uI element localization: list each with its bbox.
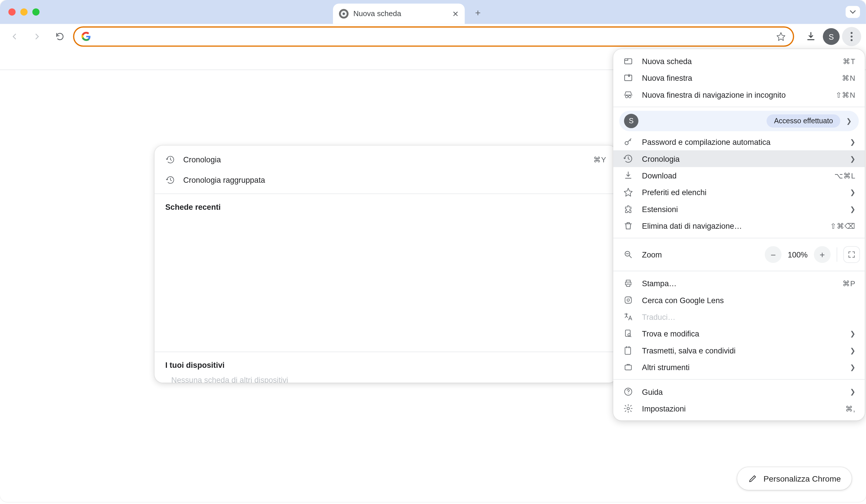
fullscreen-button[interactable]: [843, 246, 860, 263]
chevron-right-icon: ❯: [850, 138, 855, 146]
menu-item-bookmarks[interactable]: Preferiti ed elenchi ❯: [613, 184, 865, 201]
bookmark-star-icon[interactable]: [776, 32, 786, 41]
menu-label: Estensioni: [642, 204, 841, 213]
browser-tab[interactable]: Nuova scheda ✕: [333, 4, 465, 24]
menu-item-more-tools[interactable]: Altri strumenti ❯: [613, 359, 865, 375]
lens-icon: [623, 295, 634, 305]
menu-item-passwords[interactable]: Password e compilazione automatica ❯: [613, 134, 865, 150]
downloads-button[interactable]: [801, 27, 821, 46]
forward-button[interactable]: [27, 27, 47, 46]
menu-shortcut: ⌥⌘L: [834, 171, 855, 180]
chevron-right-icon: ❯: [850, 388, 855, 396]
menu-shortcut: ⌘T: [843, 57, 855, 66]
tab-title: Nuova scheda: [353, 10, 447, 18]
customize-label: Personalizza Chrome: [764, 474, 841, 483]
tools-icon: [623, 362, 634, 372]
history-item-grouped[interactable]: Cronologia raggruppata: [155, 169, 617, 190]
menu-item-print[interactable]: Stampa… ⌘P: [613, 275, 865, 292]
gear-icon: [623, 404, 634, 413]
menu-label: Traduci…: [642, 312, 855, 321]
profile-avatar[interactable]: S: [823, 28, 840, 45]
customize-chrome-button[interactable]: Personalizza Chrome: [737, 467, 852, 490]
menu-item-find[interactable]: Trova e modifica ❯: [613, 325, 865, 342]
chevron-right-icon: ❯: [850, 363, 855, 371]
menu-item-settings[interactable]: Impostazioni ⌘,: [613, 400, 865, 417]
menu-item-history[interactable]: Cronologia ❯: [613, 150, 865, 167]
menu-item-help[interactable]: Guida ❯: [613, 383, 865, 400]
menu-label: Download: [642, 171, 826, 180]
zoom-in-button[interactable]: +: [814, 246, 831, 263]
more-menu-button[interactable]: [842, 27, 862, 46]
svg-point-10: [627, 299, 629, 301]
menu-zoom-row: Zoom − 100% +: [613, 242, 865, 267]
menu-label: Elimina dati di navigazione…: [642, 221, 821, 230]
menu-item-extensions[interactable]: Estensioni ❯: [613, 201, 865, 217]
menu-item-cast[interactable]: Trasmetti, salva e condividi ❯: [613, 342, 865, 359]
svg-point-17: [627, 407, 629, 410]
history-item-cronologia[interactable]: Cronologia ⌘Y: [155, 149, 617, 169]
svg-point-1: [343, 13, 345, 15]
menu-item-new-window[interactable]: Nuova finestra ⌘N: [613, 69, 865, 86]
chevron-right-icon: ❯: [850, 155, 855, 163]
back-button[interactable]: [5, 27, 24, 46]
google-logo-icon: [81, 32, 91, 41]
history-icon: [623, 154, 634, 164]
translate-icon: [623, 312, 634, 322]
menu-divider: [613, 379, 865, 380]
address-input[interactable]: [96, 32, 771, 41]
menu-label: Stampa…: [642, 279, 834, 288]
star-icon: [623, 187, 634, 197]
download-icon: [623, 171, 634, 180]
zoom-label: Zoom: [642, 250, 756, 259]
menu-label: Cronologia: [642, 154, 841, 163]
menu-item-new-tab[interactable]: Nuova scheda ⌘T: [613, 53, 865, 69]
tab-strip: Nuova scheda ✕ +: [0, 0, 866, 24]
incognito-icon: [623, 90, 634, 99]
minimize-window-button[interactable]: [20, 8, 27, 15]
menu-item-clear-data[interactable]: Elimina dati di navigazione… ⇧⌘⌫: [613, 217, 865, 234]
menu-shortcut: ⇧⌘⌫: [830, 221, 855, 230]
tab-close-icon[interactable]: ✕: [452, 9, 459, 18]
chevron-right-icon: ❯: [850, 347, 855, 354]
svg-point-2: [851, 32, 853, 34]
menu-divider: [613, 271, 865, 271]
reload-button[interactable]: [50, 27, 69, 46]
svg-rect-14: [625, 347, 630, 354]
maximize-window-button[interactable]: [32, 8, 40, 15]
zoom-value: 100%: [785, 250, 811, 259]
svg-point-3: [851, 36, 853, 38]
window-icon: [623, 73, 634, 82]
pencil-icon: [748, 474, 757, 483]
address-bar[interactable]: [73, 26, 794, 47]
new-tab-button[interactable]: +: [469, 5, 486, 22]
trash-icon: [623, 221, 634, 231]
zoom-out-button[interactable]: −: [765, 246, 781, 263]
menu-item-lens[interactable]: Cerca con Google Lens: [613, 292, 865, 308]
tab-search-button[interactable]: [846, 6, 860, 18]
menu-shortcut: ⌘N: [842, 73, 855, 82]
extension-icon: [623, 204, 634, 214]
devices-section: I tuoi dispositivi Nessuna scheda di alt…: [155, 352, 617, 383]
chevron-right-icon: ❯: [850, 189, 855, 196]
svg-rect-5: [625, 59, 632, 64]
menu-item-translate: Traduci…: [613, 308, 865, 325]
menu-profile-row[interactable]: S Accesso effettuato ❯: [619, 111, 859, 131]
tab-icon: [623, 56, 634, 66]
menu-label: Nuova finestra di navigazione in incogni…: [642, 90, 827, 99]
svg-point-4: [851, 39, 853, 41]
menu-item-downloads[interactable]: Download ⌥⌘L: [613, 167, 865, 184]
recent-tabs-header: Schede recenti: [155, 194, 617, 216]
browser-window: Nuova scheda ✕ +: [0, 0, 866, 502]
find-icon: [623, 329, 634, 338]
history-item-label: Cronologia: [183, 155, 585, 164]
menu-label: Trasmetti, salva e condividi: [642, 346, 841, 355]
chevron-right-icon: ❯: [850, 329, 855, 337]
close-window-button[interactable]: [8, 8, 15, 15]
menu-item-incognito[interactable]: Nuova finestra di navigazione in incogni…: [613, 86, 865, 103]
history-item-shortcut: ⌘Y: [593, 155, 606, 164]
profile-badge: Accesso effettuato: [767, 114, 840, 127]
key-icon: [623, 137, 634, 147]
menu-label: Altri strumenti: [642, 363, 841, 371]
menu-label: Nuova scheda: [642, 57, 834, 66]
chevron-right-icon: ❯: [846, 117, 852, 125]
